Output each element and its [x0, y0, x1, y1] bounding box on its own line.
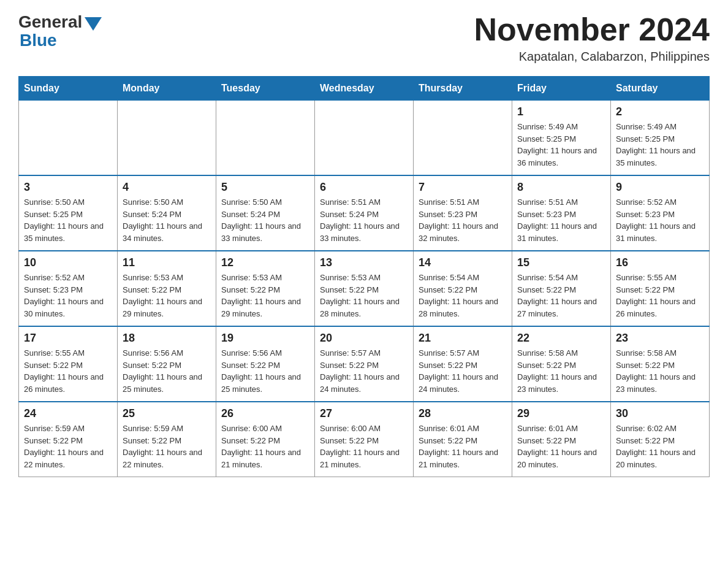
day-number: 7	[419, 181, 507, 194]
day-info: Sunrise: 6:00 AMSunset: 5:22 PMDaylight:…	[320, 423, 408, 470]
day-number: 18	[123, 332, 211, 345]
day-header-sunday: Sunday	[19, 77, 118, 101]
day-number: 26	[221, 407, 309, 420]
calendar-cell: 27Sunrise: 6:00 AMSunset: 5:22 PMDayligh…	[315, 402, 414, 477]
day-number: 14	[419, 256, 507, 269]
calendar-cell: 28Sunrise: 6:01 AMSunset: 5:22 PMDayligh…	[414, 402, 512, 477]
day-info: Sunrise: 5:59 AMSunset: 5:22 PMDaylight:…	[123, 423, 211, 470]
calendar-cell: 2Sunrise: 5:49 AMSunset: 5:25 PMDaylight…	[611, 101, 710, 176]
day-number: 19	[221, 332, 309, 345]
day-number: 10	[24, 256, 112, 269]
day-info: Sunrise: 5:53 AMSunset: 5:22 PMDaylight:…	[320, 272, 408, 320]
day-number: 16	[616, 256, 704, 269]
logo: General Blue	[18, 12, 102, 50]
calendar-cell: 16Sunrise: 5:55 AMSunset: 5:22 PMDayligh…	[611, 251, 710, 326]
calendar-cell: 23Sunrise: 5:58 AMSunset: 5:22 PMDayligh…	[611, 326, 710, 402]
title-section: November 2024 Kapatalan, Calabarzon, Phi…	[474, 12, 710, 64]
calendar-cell: 3Sunrise: 5:50 AMSunset: 5:25 PMDaylight…	[19, 175, 118, 251]
day-info: Sunrise: 5:50 AMSunset: 5:25 PMDaylight:…	[24, 196, 112, 244]
day-number: 5	[221, 181, 309, 194]
day-info: Sunrise: 5:51 AMSunset: 5:23 PMDaylight:…	[517, 196, 605, 244]
day-number: 24	[24, 407, 112, 420]
logo-blue-text: Blue	[20, 31, 57, 50]
calendar-cell: 12Sunrise: 5:53 AMSunset: 5:22 PMDayligh…	[216, 251, 315, 326]
day-header-monday: Monday	[118, 77, 216, 101]
day-number: 11	[123, 256, 211, 269]
calendar-cell: 20Sunrise: 5:57 AMSunset: 5:22 PMDayligh…	[315, 326, 414, 402]
day-info: Sunrise: 5:54 AMSunset: 5:22 PMDaylight:…	[419, 272, 507, 320]
calendar-cell	[19, 101, 118, 176]
day-info: Sunrise: 5:54 AMSunset: 5:22 PMDaylight:…	[517, 272, 605, 320]
calendar-cell: 22Sunrise: 5:58 AMSunset: 5:22 PMDayligh…	[512, 326, 611, 402]
calendar-cell: 26Sunrise: 6:00 AMSunset: 5:22 PMDayligh…	[216, 402, 315, 477]
day-number: 8	[517, 181, 605, 194]
calendar-cell: 30Sunrise: 6:02 AMSunset: 5:22 PMDayligh…	[611, 402, 710, 477]
calendar-week-row: 1Sunrise: 5:49 AMSunset: 5:25 PMDaylight…	[19, 101, 710, 176]
calendar-cell: 24Sunrise: 5:59 AMSunset: 5:22 PMDayligh…	[19, 402, 118, 477]
calendar-cell: 7Sunrise: 5:51 AMSunset: 5:23 PMDaylight…	[414, 175, 512, 251]
calendar-cell: 29Sunrise: 6:01 AMSunset: 5:22 PMDayligh…	[512, 402, 611, 477]
day-info: Sunrise: 5:55 AMSunset: 5:22 PMDaylight:…	[616, 272, 704, 320]
logo-triangle-icon	[85, 17, 102, 31]
day-number: 22	[517, 332, 605, 345]
day-info: Sunrise: 5:51 AMSunset: 5:23 PMDaylight:…	[419, 196, 507, 244]
day-number: 28	[419, 407, 507, 420]
day-number: 27	[320, 407, 408, 420]
day-info: Sunrise: 6:02 AMSunset: 5:22 PMDaylight:…	[616, 423, 704, 470]
day-info: Sunrise: 5:50 AMSunset: 5:24 PMDaylight:…	[221, 196, 309, 244]
day-number: 2	[616, 105, 704, 118]
calendar-cell: 5Sunrise: 5:50 AMSunset: 5:24 PMDaylight…	[216, 175, 315, 251]
day-info: Sunrise: 5:51 AMSunset: 5:24 PMDaylight:…	[320, 196, 408, 244]
day-number: 3	[24, 181, 112, 194]
calendar-week-row: 3Sunrise: 5:50 AMSunset: 5:25 PMDaylight…	[19, 175, 710, 251]
day-info: Sunrise: 5:57 AMSunset: 5:22 PMDaylight:…	[320, 347, 408, 395]
day-number: 30	[616, 407, 704, 420]
calendar-cell: 9Sunrise: 5:52 AMSunset: 5:23 PMDaylight…	[611, 175, 710, 251]
calendar-cell	[118, 101, 216, 176]
day-number: 17	[24, 332, 112, 345]
logo-general-text: General	[18, 12, 82, 32]
day-number: 23	[616, 332, 704, 345]
day-number: 9	[616, 181, 704, 194]
day-number: 20	[320, 332, 408, 345]
day-info: Sunrise: 5:56 AMSunset: 5:22 PMDaylight:…	[123, 347, 211, 395]
calendar-cell: 25Sunrise: 5:59 AMSunset: 5:22 PMDayligh…	[118, 402, 216, 477]
calendar-cell: 13Sunrise: 5:53 AMSunset: 5:22 PMDayligh…	[315, 251, 414, 326]
calendar-cell: 14Sunrise: 5:54 AMSunset: 5:22 PMDayligh…	[414, 251, 512, 326]
day-info: Sunrise: 5:49 AMSunset: 5:25 PMDaylight:…	[517, 121, 605, 169]
calendar-cell: 21Sunrise: 5:57 AMSunset: 5:22 PMDayligh…	[414, 326, 512, 402]
day-info: Sunrise: 5:59 AMSunset: 5:22 PMDaylight:…	[24, 423, 112, 470]
day-header-thursday: Thursday	[414, 77, 512, 101]
calendar-cell: 11Sunrise: 5:53 AMSunset: 5:22 PMDayligh…	[118, 251, 216, 326]
day-number: 1	[517, 105, 605, 118]
day-number: 25	[123, 407, 211, 420]
day-info: Sunrise: 5:49 AMSunset: 5:25 PMDaylight:…	[616, 121, 704, 169]
calendar-week-row: 17Sunrise: 5:55 AMSunset: 5:22 PMDayligh…	[19, 326, 710, 402]
day-info: Sunrise: 5:55 AMSunset: 5:22 PMDaylight:…	[24, 347, 112, 395]
calendar-cell: 6Sunrise: 5:51 AMSunset: 5:24 PMDaylight…	[315, 175, 414, 251]
day-header-friday: Friday	[512, 77, 611, 101]
day-header-wednesday: Wednesday	[315, 77, 414, 101]
day-info: Sunrise: 5:57 AMSunset: 5:22 PMDaylight:…	[419, 347, 507, 395]
calendar-table: SundayMondayTuesdayWednesdayThursdayFrid…	[18, 76, 710, 477]
day-header-tuesday: Tuesday	[216, 77, 315, 101]
day-info: Sunrise: 6:01 AMSunset: 5:22 PMDaylight:…	[419, 423, 507, 470]
calendar-cell: 15Sunrise: 5:54 AMSunset: 5:22 PMDayligh…	[512, 251, 611, 326]
day-info: Sunrise: 6:01 AMSunset: 5:22 PMDaylight:…	[517, 423, 605, 470]
calendar-cell: 10Sunrise: 5:52 AMSunset: 5:23 PMDayligh…	[19, 251, 118, 326]
day-info: Sunrise: 5:52 AMSunset: 5:23 PMDaylight:…	[616, 196, 704, 244]
calendar-cell	[315, 101, 414, 176]
calendar-week-row: 24Sunrise: 5:59 AMSunset: 5:22 PMDayligh…	[19, 402, 710, 477]
day-number: 4	[123, 181, 211, 194]
calendar-cell	[216, 101, 315, 176]
day-info: Sunrise: 5:58 AMSunset: 5:22 PMDaylight:…	[616, 347, 704, 395]
day-info: Sunrise: 5:52 AMSunset: 5:23 PMDaylight:…	[24, 272, 112, 320]
day-info: Sunrise: 5:56 AMSunset: 5:22 PMDaylight:…	[221, 347, 309, 395]
day-info: Sunrise: 5:53 AMSunset: 5:22 PMDaylight:…	[123, 272, 211, 320]
month-title: November 2024	[474, 12, 710, 47]
day-info: Sunrise: 5:53 AMSunset: 5:22 PMDaylight:…	[221, 272, 309, 320]
day-number: 12	[221, 256, 309, 269]
calendar-cell: 1Sunrise: 5:49 AMSunset: 5:25 PMDaylight…	[512, 101, 611, 176]
day-number: 13	[320, 256, 408, 269]
day-info: Sunrise: 6:00 AMSunset: 5:22 PMDaylight:…	[221, 423, 309, 470]
